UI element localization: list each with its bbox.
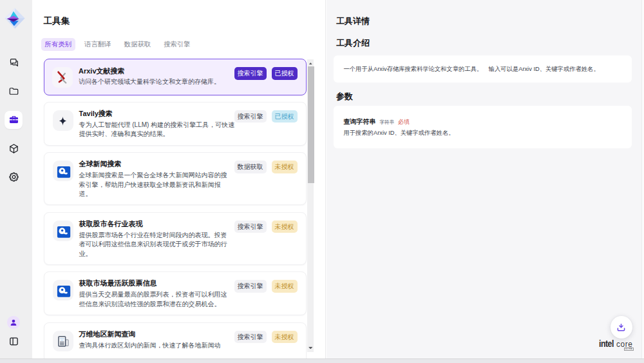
sidebar-item-chat[interactable] xyxy=(5,54,23,72)
page-title: 工具集 xyxy=(44,15,70,26)
tab-1[interactable]: 语言翻译 xyxy=(81,38,115,51)
param-type: 字符串 xyxy=(380,117,395,128)
category-badge: 搜索引擎 xyxy=(234,280,267,293)
panel-icon xyxy=(8,336,19,347)
category-badge: 数据获取 xyxy=(234,161,267,173)
param-title-row: 查询字符串 字符串 必填 xyxy=(344,116,621,128)
right-edge-strip xyxy=(641,0,644,358)
scrollbar-down-arrow[interactable] xyxy=(307,344,314,352)
sidebar-rail xyxy=(0,0,32,358)
app-window: 工具集 所有类别语言翻译数据获取搜索引擎 Arxiv文献搜索访问各个研究领域大量… xyxy=(0,0,644,363)
auth-badge: 已授权 xyxy=(272,110,298,123)
tool-icon xyxy=(53,221,73,241)
list-scrollbar[interactable] xyxy=(307,59,314,352)
ultra-badge: ULTRA xyxy=(624,348,634,351)
download-button[interactable] xyxy=(611,316,633,338)
q-news-logo xyxy=(53,221,73,241)
tab-3[interactable]: 搜索引擎 xyxy=(160,38,194,51)
tool-desc: 查询具体行政区划内的新闻，快速了解各地新闻动 xyxy=(79,341,242,350)
params-heading: 参数 xyxy=(336,92,353,101)
gear-icon xyxy=(8,172,19,182)
detail-title: 工具详情 xyxy=(336,16,370,26)
arxiv-logo xyxy=(52,67,73,88)
q-news-logo xyxy=(53,161,73,181)
category-tabs: 所有类别语言翻译数据获取搜索引擎 xyxy=(41,38,194,51)
category-badge: 搜索引擎 xyxy=(234,110,267,123)
tool-icon xyxy=(53,280,73,300)
param-desc: 用于搜索的Arxiv ID、关键字或作者姓名。 xyxy=(344,128,621,139)
collapse-sidebar-button[interactable] xyxy=(5,332,23,350)
app-logo xyxy=(5,8,25,29)
tool-desc: 提供股票市场各个行业在特定时间段内的表现。投资 者可以利用这些信息来识别表现优于… xyxy=(79,231,242,259)
category-badge: 搜索引擎 xyxy=(234,67,267,80)
intel-core-ultra-logo: intel core ULTRA xyxy=(599,338,635,351)
tool-icon xyxy=(52,67,73,88)
tool-card[interactable]: 全球新闻搜索全球新闻搜索是一个聚合全球各大新闻网站内容的搜 索引擎，帮助用户快速… xyxy=(44,152,307,205)
category-badge: 搜索引擎 xyxy=(234,331,267,344)
toolbox-icon xyxy=(8,114,19,125)
tool-icon xyxy=(53,110,73,131)
tool-desc: 全球新闻搜索是一个聚合全球各大新闻网站内容的搜 索引擎，帮助用户快速获取全球最新… xyxy=(79,171,242,199)
tool-desc: 访问各个研究领域大量科学论文和文章的存储库。 xyxy=(79,77,241,86)
tool-cards: Arxiv文献搜索访问各个研究领域大量科学论文和文章的存储库。搜索引擎已授权 T… xyxy=(44,59,307,358)
intro-card: 一个用于从Arxiv存储库搜索科学论文和文章的工具。 输入可以是Arxiv ID… xyxy=(334,55,632,83)
sidebar-item-tools[interactable] xyxy=(5,111,23,129)
tool-desc: 专为人工智能代理 (LLM) 构建的搜索引擎工具，可快速 提供实时、准确和真实的… xyxy=(79,121,242,139)
auth-badge: 已授权 xyxy=(272,67,298,80)
bottom-edge-strip xyxy=(0,358,644,363)
tool-card[interactable]: 获取股市各行业表现提供股票市场各个行业在特定时间段内的表现。投资 者可以利用这些… xyxy=(44,212,307,265)
sidebar-item-settings[interactable] xyxy=(5,168,23,186)
auth-badge: 未授权 xyxy=(272,161,298,173)
tool-icon xyxy=(53,331,73,351)
cube-icon xyxy=(8,143,19,154)
user-avatar[interactable] xyxy=(7,316,20,329)
tool-card[interactable]: 获取市场最活跃股票信息提供当天交易量最高的股票列表，投资者可以利用这 些信息来识… xyxy=(44,271,307,315)
category-badge: 搜索引擎 xyxy=(234,221,267,233)
param-required-badge: 必填 xyxy=(398,117,410,128)
chat-icon xyxy=(8,57,19,68)
tab-2[interactable]: 数据获取 xyxy=(120,38,155,51)
intel-wordmark: intel xyxy=(599,338,614,348)
sidebar-item-files[interactable] xyxy=(5,82,23,100)
q-news-logo xyxy=(53,280,73,300)
param-card: 查询字符串 字符串 必填 用于搜索的Arxiv ID、关键字或作者姓名。 xyxy=(334,106,632,148)
auth-badge: 未授权 xyxy=(272,280,298,293)
tool-card[interactable]: 万维地区新闻查询查询具体行政区划内的新闻，快速了解各地新闻动搜索引擎未授权 xyxy=(44,322,307,358)
tool-desc: 提供当天交易量最高的股票列表，投资者可以利用这 些信息来识别流动性强的股票和潜在… xyxy=(79,290,242,309)
download-icon xyxy=(616,322,627,333)
intro-heading: 工具介绍 xyxy=(336,38,370,48)
tool-icon xyxy=(53,161,73,181)
tool-detail-panel: 工具详情 工具介绍 一个用于从Arxiv存储库搜索科学论文和文章的工具。 输入可… xyxy=(327,0,641,358)
user-icon xyxy=(9,318,18,327)
sidebar-item-models[interactable] xyxy=(5,139,23,157)
tool-card[interactable]: Arxiv文献搜索访问各个研究领域大量科学论文和文章的存储库。搜索引擎已授权 xyxy=(44,59,307,95)
param-name: 查询字符串 xyxy=(344,116,376,127)
auth-badge: 未授权 xyxy=(272,221,298,233)
newspaper-icon xyxy=(53,331,73,351)
tools-list-panel: 工具集 所有类别语言翻译数据获取搜索引擎 Arxiv文献搜索访问各个研究领域大量… xyxy=(32,0,326,358)
scrollbar-thumb[interactable] xyxy=(308,66,314,183)
tab-all-categories[interactable]: 所有类别 xyxy=(41,38,75,51)
tool-card[interactable]: Tavily搜索专为人工智能代理 (LLM) 构建的搜索引擎工具，可快速 提供实… xyxy=(44,102,307,146)
tavily-star-logo xyxy=(56,115,70,128)
auth-badge: 未授权 xyxy=(272,331,298,344)
folder-icon xyxy=(8,86,19,97)
intro-text: 一个用于从Arxiv存储库搜索科学论文和文章的工具。 输入可以是Arxiv ID… xyxy=(344,65,600,73)
